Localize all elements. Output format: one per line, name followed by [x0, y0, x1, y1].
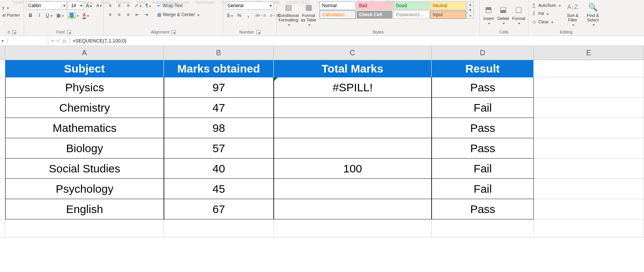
cell-E1[interactable]	[534, 60, 644, 77]
cell-subject[interactable]: English	[5, 199, 164, 219]
cell-total[interactable]	[274, 138, 432, 159]
chevron-down-icon[interactable]: ▾	[79, 3, 83, 8]
cell-subject[interactable]: Biology	[5, 138, 164, 159]
fill-button[interactable]: ↧Fill	[531, 10, 561, 17]
cell-subject[interactable]: Mathematics	[5, 118, 164, 138]
format-as-table-button[interactable]: ▦ Format as Table	[299, 2, 318, 28]
cell-E2[interactable]	[534, 77, 644, 98]
table-header-cell[interactable]: Subject	[5, 60, 164, 77]
cell-marks[interactable]: 97	[164, 77, 274, 98]
underline-button[interactable]: U	[44, 11, 54, 20]
cell-subject[interactable]: Chemistry	[5, 98, 164, 118]
font-size-input[interactable]	[68, 3, 79, 8]
style-cell-good[interactable]: Good	[393, 2, 429, 10]
cell-total[interactable]	[274, 98, 432, 118]
style-cell-calculation[interactable]: Calculation	[320, 11, 356, 19]
empty-cell[interactable]	[274, 219, 432, 237]
cell-E6[interactable]	[534, 159, 644, 179]
worksheet-grid[interactable]: ABCDESubjectMarks obtainedTotal MarksRes…	[0, 46, 644, 237]
cell-subject[interactable]: Physics	[5, 77, 164, 98]
font-size-combo[interactable]: ▾	[68, 2, 83, 10]
cell-result[interactable]: Fail	[432, 159, 534, 179]
empty-cell[interactable]	[432, 219, 534, 237]
select-all-corner[interactable]	[0, 46, 5, 60]
conditional-formatting-button[interactable]: ▤ Conditional Formatting	[279, 2, 298, 28]
format-painter[interactable]: at Painter	[2, 13, 20, 17]
merge-center-button[interactable]: ▦ Merge & Center	[156, 11, 205, 19]
column-header-E[interactable]: E	[534, 46, 644, 60]
cell-marks[interactable]: 40	[164, 159, 274, 179]
font-name-input[interactable]	[27, 3, 61, 8]
number-format-input[interactable]	[226, 3, 268, 8]
cell-subject[interactable]: Psychology	[5, 179, 164, 199]
style-cell-explanatory-[interactable]: Explanatory ...	[393, 11, 429, 19]
fill-color-button[interactable]: 🪣	[66, 11, 80, 20]
cell-result[interactable]: Pass	[432, 138, 534, 159]
italic-button[interactable]: I	[35, 11, 44, 20]
cell-E3[interactable]	[534, 98, 644, 118]
clear-button[interactable]: ◇Clear	[531, 18, 561, 26]
cell-subject[interactable]: Social Studies	[5, 159, 164, 179]
cell-marks[interactable]: 57	[164, 138, 274, 159]
cell-marks[interactable]: 45	[164, 179, 274, 199]
percent-button[interactable]: %	[235, 11, 244, 20]
number-launcher-icon[interactable]	[256, 30, 261, 34]
bold-button[interactable]: B	[26, 11, 35, 20]
cancel-formula-icon[interactable]: ×	[51, 38, 54, 44]
align-middle-icon[interactable]: ≡	[115, 2, 123, 10]
style-cell-input[interactable]: Input	[430, 11, 466, 19]
sort-filter-button[interactable]: A↓Z Sort & Filter	[564, 2, 581, 28]
namebox-dropdown-icon[interactable]: ▾	[2, 38, 4, 44]
cell-result[interactable]: Fail	[432, 179, 534, 199]
column-header-A[interactable]: A	[5, 46, 164, 60]
cell-total[interactable]	[274, 179, 432, 199]
fx-icon[interactable]: fx	[63, 38, 66, 44]
font-name-combo[interactable]: ▾	[26, 2, 67, 10]
table-header-cell[interactable]: Marks obtained	[164, 60, 274, 77]
align-left-icon[interactable]: ≡	[106, 11, 114, 19]
align-bottom-icon[interactable]: ≡	[124, 2, 132, 10]
empty-cell[interactable]	[164, 219, 274, 237]
align-center-icon[interactable]: ≡	[115, 11, 123, 19]
align-right-icon[interactable]: ≡	[124, 11, 132, 19]
cell-marks[interactable]: 98	[164, 118, 274, 138]
column-header-C[interactable]: C	[274, 46, 432, 60]
cell-result[interactable]: Pass	[432, 77, 534, 98]
alignment-launcher-icon[interactable]	[171, 30, 176, 34]
scroll-up-icon[interactable]: ▲	[467, 2, 473, 7]
styles-more-button[interactable]: ▲ ▼ ▾	[467, 2, 474, 19]
font-color-button[interactable]: A	[81, 11, 91, 20]
style-cell-check-cell[interactable]: Check Cell	[356, 11, 392, 19]
cell-total[interactable]: 100	[274, 159, 432, 179]
orientation-icon[interactable]: ⤢	[133, 2, 143, 10]
cell-result[interactable]: Pass	[432, 199, 534, 219]
insert-cells-button[interactable]: ⬒ Insert	[482, 2, 495, 28]
format-cells-button[interactable]: ▢ Format	[511, 2, 526, 28]
empty-cell[interactable]	[534, 219, 644, 237]
align-top-icon[interactable]: ≡	[106, 2, 114, 10]
cell-result[interactable]: Pass	[432, 118, 534, 138]
borders-button[interactable]: ▦	[55, 11, 65, 20]
cell-E8[interactable]	[534, 199, 644, 219]
column-header-D[interactable]: D	[432, 46, 534, 60]
cell-marks[interactable]: 47	[164, 98, 274, 118]
expand-gallery-icon[interactable]: ▾	[467, 13, 473, 18]
cell-total[interactable]	[274, 199, 432, 219]
enter-formula-icon[interactable]: ✓	[56, 38, 61, 44]
cell-marks[interactable]: 67	[164, 199, 274, 219]
chevron-down-icon[interactable]: ▾	[61, 3, 67, 8]
wrap-text-button[interactable]: ↵ Wrap Text	[156, 2, 197, 10]
delete-cells-button[interactable]: ⬓ Delete	[497, 2, 510, 28]
increase-font-icon[interactable]: A▲	[84, 2, 94, 10]
scroll-down-icon[interactable]: ▼	[467, 8, 473, 13]
currency-button[interactable]: $	[226, 11, 235, 20]
autosum-button[interactable]: ∑AutoSum	[531, 2, 561, 9]
style-cell-bad[interactable]: Bad	[356, 2, 392, 10]
comma-button[interactable]: ,	[244, 11, 253, 20]
decrease-indent-icon[interactable]: ⇤	[133, 11, 141, 19]
cell-result[interactable]: Fail	[432, 98, 534, 118]
find-select-button[interactable]: 🔍 Find & Select	[584, 2, 602, 28]
text-direction-icon[interactable]: ¶	[144, 2, 153, 10]
table-header-cell[interactable]: Total Marks	[274, 60, 432, 77]
decrease-font-icon[interactable]: A▼	[95, 2, 104, 10]
